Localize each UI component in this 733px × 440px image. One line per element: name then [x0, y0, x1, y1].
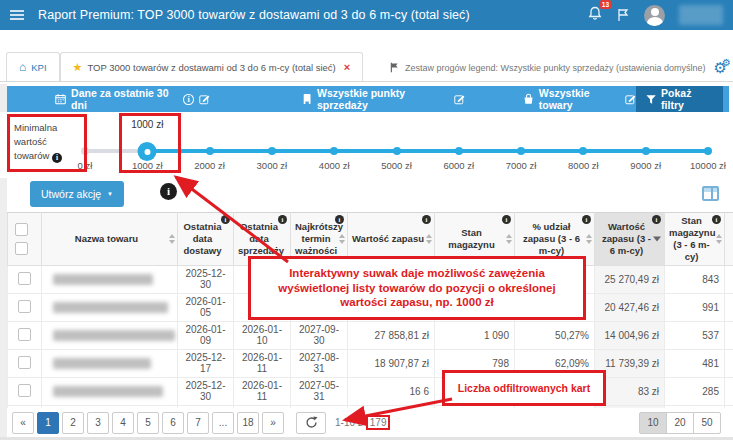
sort-icon[interactable]: [506, 234, 512, 244]
column-header-wartosc-zapasu-36[interactable]: Wartość zapasu (3 - 6 m-cy)i: [595, 213, 665, 266]
slider-tick-label: 2000 zł: [194, 160, 225, 171]
slider-tick-dot[interactable]: [393, 147, 401, 155]
slider-tick-dot[interactable]: [330, 147, 338, 155]
page-button-1[interactable]: 1: [37, 412, 59, 434]
page-size-20[interactable]: 20: [666, 412, 694, 434]
info-icon[interactable]: i: [652, 215, 661, 224]
page-size-10[interactable]: 10: [639, 412, 667, 434]
info-icon[interactable]: i: [221, 215, 230, 224]
filtered-count: 179: [366, 415, 391, 430]
table-row[interactable]: 2026-01-092026-01-102027-09-3027 858,81 …: [8, 321, 733, 349]
page-button-3[interactable]: 3: [87, 412, 109, 434]
page-button-4[interactable]: 4: [112, 412, 134, 434]
edit-icon[interactable]: [454, 93, 465, 105]
sort-icon[interactable]: [169, 234, 175, 244]
row-checkbox[interactable]: [18, 272, 31, 285]
show-filters-button[interactable]: Pokaż filtry: [636, 86, 723, 112]
next-page-button[interactable]: »: [262, 412, 284, 434]
prev-page-button[interactable]: «: [12, 412, 34, 434]
pos-filter[interactable]: Wszystkie punkty sprzedaży: [302, 87, 465, 111]
row-checkbox[interactable]: [18, 328, 31, 341]
flag-button[interactable]: [616, 8, 630, 22]
sort-icon[interactable]: [586, 234, 592, 244]
info-icon[interactable]: i: [335, 215, 344, 224]
row-select-cell: [8, 293, 42, 321]
column-header-ostatnia-sprzedaz[interactable]: Ostatnia data sprzedażyi: [234, 213, 291, 266]
tab-report-active[interactable]: ★ TOP 3000 towarów z dostawami od 3 do 6…: [60, 52, 364, 81]
info-icon[interactable]: i: [502, 215, 511, 224]
table-cell: 18 907,87 zł: [348, 349, 435, 377]
table-row[interactable]: 2026-01-0520 427,46 zł991: [8, 293, 733, 321]
info-icon[interactable]: i: [278, 215, 287, 224]
product-name-redacted: [53, 274, 153, 285]
page-button-18[interactable]: 18: [237, 412, 259, 434]
user-avatar[interactable]: [644, 5, 665, 26]
page-button-2[interactable]: 2: [62, 412, 84, 434]
column-chooser-icon[interactable]: [702, 186, 719, 201]
column-header-stan-magazynu-36[interactable]: Stan magazynu (3 - 6 m-cy)i: [665, 213, 725, 266]
page-button-5[interactable]: 5: [137, 412, 159, 434]
sort-icon[interactable]: [716, 234, 722, 244]
slider-tick-dot[interactable]: [579, 147, 587, 155]
column-header-ks[interactable]: KS-: [725, 213, 733, 266]
date-range-filter[interactable]: Dane za ostatnie 30 dni i: [55, 87, 210, 111]
funnel-icon: [646, 94, 656, 105]
edit-icon[interactable]: [625, 93, 636, 105]
sort-icon[interactable]: [339, 234, 345, 244]
notifications-button[interactable]: 13: [588, 6, 602, 25]
slider-handle[interactable]: [138, 142, 157, 161]
refresh-icon: [305, 416, 318, 429]
column-header-label: Stan magazynu: [448, 227, 494, 250]
page-button-6[interactable]: 6: [162, 412, 184, 434]
column-header-nazwa[interactable]: Nazwa towaru: [42, 213, 178, 266]
edit-icon[interactable]: [199, 93, 210, 105]
slider-tick-dot[interactable]: [642, 147, 650, 155]
info-icon[interactable]: i: [582, 215, 591, 224]
table-row[interactable]: 2025-12-302026-01-112027-05-3116 683 zł2…: [8, 377, 733, 405]
info-icon[interactable]: i: [183, 94, 193, 105]
create-action-button[interactable]: Utwórz akcję ▼: [30, 181, 124, 207]
tab-kpi[interactable]: ⌂ KPI: [6, 52, 60, 81]
page-button-7[interactable]: 7: [187, 412, 209, 434]
slider-tick-dot[interactable]: [81, 147, 89, 155]
menu-hamburger-icon[interactable]: [10, 10, 24, 20]
info-icon[interactable]: i: [712, 215, 721, 224]
table-cell: 62,09%: [515, 349, 595, 377]
slider-tick-dot[interactable]: [268, 147, 276, 155]
settings-gears-icon[interactable]: ⚙⚙: [714, 60, 727, 81]
info-icon[interactable]: i: [52, 153, 62, 163]
sort-down-arrow: [506, 240, 512, 244]
table-row[interactable]: 2025-12-172026-01-112027-08-3118 907,87 …: [8, 349, 733, 377]
slider-tick-dot[interactable]: [455, 147, 463, 155]
page-size-50[interactable]: 50: [693, 412, 721, 434]
column-header-udzial-zapasu[interactable]: % udział zapasu (3 - 6 m-cy)i: [515, 213, 595, 266]
column-header-najkrotszy-termin[interactable]: Najkrótszy termin ważnościi: [291, 213, 348, 266]
slider-tick-dot[interactable]: [517, 147, 525, 155]
table-cell: [725, 349, 733, 377]
info-icon[interactable]: i: [422, 215, 431, 224]
column-header-stan-magazynu[interactable]: Stan magazynui: [435, 213, 515, 266]
sort-desc-icon[interactable]: [653, 236, 661, 241]
select-all-checkbox[interactable]: [15, 223, 28, 236]
column-header-wartosc-zapasu[interactable]: Wartość zapasui: [348, 213, 435, 266]
store-icon: [302, 93, 312, 105]
refresh-button[interactable]: [296, 412, 326, 434]
table-cell: 2027-08-31: [291, 349, 348, 377]
goods-filter[interactable]: Wszystkie towary: [523, 87, 636, 111]
filter-row-checkbox[interactable]: [15, 242, 28, 255]
row-checkbox[interactable]: [18, 300, 31, 313]
table-row[interactable]: 2025-12-3025 270,49 zł843: [8, 265, 733, 293]
slider-tick-dot[interactable]: [206, 147, 214, 155]
record-range: 1-10 z 179: [335, 415, 390, 430]
info-icon[interactable]: i: [160, 183, 177, 200]
product-name-redacted: [53, 386, 163, 397]
sort-icon[interactable]: [426, 234, 432, 244]
close-tab-icon[interactable]: ×: [344, 61, 350, 73]
slider-tick-dot[interactable]: [704, 147, 712, 155]
row-checkbox[interactable]: [18, 384, 31, 397]
slider-track[interactable]: 1000 zł 0 zł1000 zł2000 zł3000 zł4000 zł…: [85, 112, 708, 178]
row-checkbox[interactable]: [18, 356, 31, 369]
column-header-ostatnia-dostawa[interactable]: Ostatnia data dostawyi: [178, 213, 234, 266]
table-cell: 16 6: [348, 377, 435, 405]
select-all-header: [8, 213, 42, 266]
